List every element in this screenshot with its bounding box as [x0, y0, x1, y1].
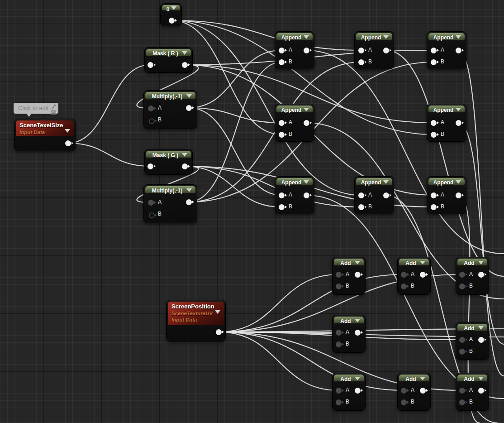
node-append-top-2[interactable]: AppendAB	[355, 32, 394, 69]
input-pin-b[interactable]	[149, 118, 158, 125]
input-pin-b[interactable]	[431, 59, 440, 66]
output-pin[interactable]	[186, 105, 195, 111]
chevron-down-icon[interactable]	[478, 326, 484, 330]
input-pin-b[interactable]	[459, 399, 468, 406]
node-mask-g[interactable]: Mask ( G )	[145, 149, 192, 174]
input-pin-a[interactable]	[148, 200, 157, 206]
node-header[interactable]: Mask ( R )	[146, 49, 191, 56]
input-pin-a[interactable]	[401, 388, 410, 394]
node-header[interactable]: Mask ( G )	[146, 151, 191, 158]
input-pin-a[interactable]	[336, 272, 345, 278]
chevron-down-icon[interactable]	[456, 108, 461, 111]
input-pin-b[interactable]	[279, 204, 288, 211]
node-header[interactable]: Add	[457, 324, 487, 331]
output-pin[interactable]	[355, 388, 364, 394]
node-add-r2-1[interactable]: AddAB	[333, 315, 365, 352]
chevron-down-icon[interactable]	[186, 94, 192, 98]
node-header[interactable]: Add	[334, 375, 364, 381]
node-constant-0[interactable]: 0	[161, 4, 181, 26]
node-header[interactable]: Add	[334, 259, 364, 265]
input-pin-b[interactable]	[336, 284, 345, 290]
input-pin-b[interactable]	[358, 204, 367, 211]
chevron-down-icon[interactable]	[456, 35, 461, 39]
output-pin[interactable]	[65, 140, 74, 147]
chevron-down-icon[interactable]	[420, 261, 425, 264]
node-add-r3-2[interactable]: AddAB	[398, 373, 430, 410]
input-pin-a[interactable]	[279, 192, 288, 199]
chevron-down-icon[interactable]	[355, 261, 360, 264]
chevron-down-icon[interactable]	[182, 153, 187, 157]
input-pin-a[interactable]	[336, 330, 345, 336]
node-header[interactable]: Add	[334, 317, 364, 323]
chevron-down-icon[interactable]	[304, 180, 309, 184]
output-pin[interactable]	[169, 18, 178, 24]
input-pin-b[interactable]	[336, 399, 345, 406]
node-header[interactable]: Append	[356, 33, 392, 40]
node-header[interactable]: Append	[428, 33, 465, 40]
node-append-bot-2[interactable]: AppendAB	[355, 177, 394, 214]
input-pin-a[interactable]	[358, 192, 367, 199]
output-pin[interactable]	[383, 48, 392, 54]
input-pin-a[interactable]	[358, 48, 367, 54]
chevron-down-icon[interactable]	[186, 188, 192, 192]
input-pin-b[interactable]	[279, 132, 288, 138]
input-pin-a[interactable]	[279, 48, 288, 54]
input-pin-a[interactable]	[459, 272, 468, 278]
node-append-mid-1[interactable]: AppendAB	[275, 104, 314, 141]
node-add-r1-3[interactable]: AddAB	[456, 257, 489, 294]
input-pin-b[interactable]	[431, 204, 440, 211]
input-pin-a[interactable]	[431, 48, 440, 54]
node-header[interactable]: Add	[399, 259, 429, 265]
node-multiply-neg1-b[interactable]: Multiply(,-1)AB	[144, 185, 197, 223]
input-pin-a[interactable]	[459, 388, 468, 394]
output-pin[interactable]	[182, 163, 191, 170]
output-pin[interactable]	[456, 192, 465, 199]
node-header[interactable]: Multiply(,-1)	[145, 186, 195, 193]
input-pin-a[interactable]	[336, 388, 345, 394]
chevron-down-icon[interactable]	[478, 377, 484, 380]
node-add-r2-2[interactable]: AddAB	[456, 322, 489, 360]
material-graph-canvas[interactable]: 0Mask ( R )Multiply(,-1)ABSceneTexelSize…	[0, 0, 504, 423]
input-pin-b[interactable]	[431, 132, 440, 138]
output-pin[interactable]	[420, 272, 429, 278]
input-pin-a[interactable]	[459, 337, 468, 343]
chevron-down-icon[interactable]	[383, 180, 389, 184]
output-pin[interactable]	[216, 329, 225, 336]
node-screen-position[interactable]: ScreenPositionSceneTextureUVInput Data	[166, 300, 225, 341]
chevron-down-icon[interactable]	[355, 377, 360, 380]
node-add-r3-1[interactable]: AddAB	[333, 373, 365, 410]
chevron-down-icon[interactable]	[383, 35, 389, 39]
input-pin-b[interactable]	[358, 59, 367, 66]
output-pin[interactable]	[383, 192, 392, 199]
node-add-r3-3[interactable]: AddAB	[456, 373, 489, 410]
node-add-r1-2[interactable]: AddAB	[398, 257, 430, 294]
output-pin[interactable]	[456, 48, 465, 54]
chevron-down-icon[interactable]	[355, 319, 360, 322]
output-pin[interactable]	[304, 48, 313, 54]
output-pin[interactable]	[478, 272, 487, 278]
node-append-bot-1[interactable]: AppendAB	[275, 177, 314, 214]
output-pin[interactable]	[478, 337, 487, 343]
input-pin-a[interactable]	[279, 120, 288, 126]
node-header[interactable]: Add	[399, 375, 429, 381]
node-header[interactable]: Append	[276, 33, 313, 40]
node-header[interactable]: Append	[356, 178, 392, 185]
input-pin-a[interactable]	[431, 192, 440, 199]
chevron-down-icon[interactable]	[456, 180, 461, 184]
node-header[interactable]: Add	[457, 259, 487, 265]
input-pin-a[interactable]	[431, 120, 440, 126]
output-pin[interactable]	[456, 120, 465, 126]
input-pin-a[interactable]	[401, 272, 410, 278]
node-header[interactable]: Append	[276, 178, 313, 185]
chevron-down-icon[interactable]	[478, 261, 484, 264]
output-pin[interactable]	[304, 120, 313, 126]
output-pin[interactable]	[420, 388, 429, 394]
chevron-down-icon[interactable]	[65, 129, 70, 133]
node-append-top-3[interactable]: AppendAB	[427, 32, 466, 69]
input-pin-b[interactable]	[336, 341, 345, 348]
node-header[interactable]: Append	[428, 178, 465, 185]
input-pin-b[interactable]	[149, 212, 158, 219]
node-header[interactable]: ScreenPositionSceneTextureUVInput Data	[168, 302, 224, 325]
chevron-down-icon[interactable]	[171, 6, 176, 10]
node-header[interactable]: Append	[276, 106, 313, 112]
